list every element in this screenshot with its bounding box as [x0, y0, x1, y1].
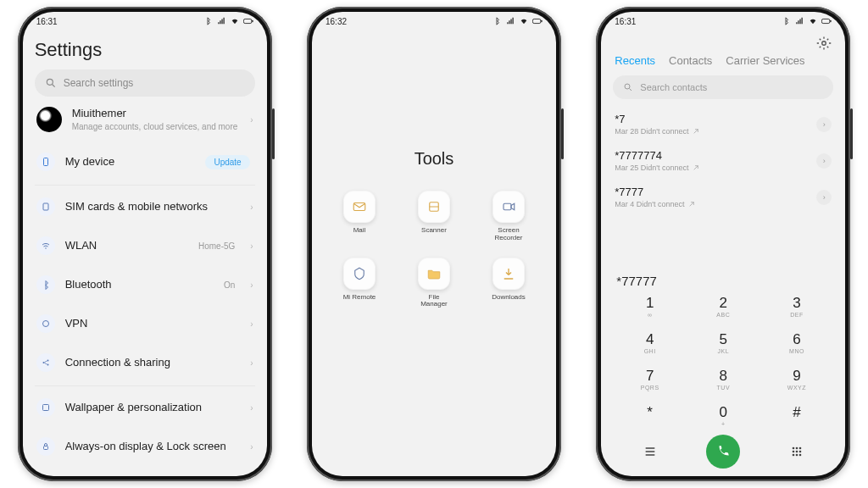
- outgoing-icon: [693, 128, 699, 135]
- wifi-icon: [36, 236, 55, 255]
- svg-rect-4: [43, 158, 47, 166]
- svg-rect-15: [353, 203, 365, 211]
- svg-rect-1: [252, 20, 253, 23]
- dialpad-toggle[interactable]: [760, 434, 834, 469]
- chevron-right-icon: ›: [250, 319, 253, 329]
- key-hash[interactable]: #: [760, 401, 834, 430]
- call-log-row[interactable]: *7 Mar 28 Didn't connect ›: [613, 106, 833, 142]
- signal-icon: [505, 17, 515, 25]
- row-label: Always-on display & Lock screen: [65, 440, 241, 453]
- svg-point-28: [796, 451, 798, 453]
- mail-icon: [352, 199, 367, 214]
- key-1[interactable]: 1∞: [613, 291, 687, 321]
- tab-contacts[interactable]: Contacts: [669, 54, 712, 67]
- svg-point-6: [45, 247, 47, 249]
- outgoing-icon: [688, 201, 695, 208]
- wifi-icon: [230, 17, 240, 25]
- app-downloads[interactable]: Downloads: [483, 258, 534, 309]
- svg-point-26: [799, 447, 802, 450]
- menu-button[interactable]: [613, 434, 687, 469]
- key-3[interactable]: 3DEF: [760, 291, 834, 321]
- phone-icon: [715, 444, 731, 459]
- status-bar: 16:31: [601, 12, 845, 30]
- bluetooth-icon: [36, 275, 55, 294]
- search-icon: [45, 77, 57, 89]
- app-screen-recorder[interactable]: Screen Recorder: [483, 191, 534, 242]
- gear-icon[interactable]: [816, 36, 832, 51]
- svg-rect-20: [831, 20, 832, 23]
- key-8[interactable]: 8TUV: [687, 364, 760, 394]
- key-2[interactable]: 2ABC: [687, 291, 760, 321]
- update-badge[interactable]: Update: [205, 155, 249, 169]
- bluetooth-row[interactable]: Bluetooth On ›: [35, 265, 255, 304]
- vpn-row[interactable]: VPN ›: [35, 304, 255, 343]
- app-mi-remote[interactable]: Mi Remote: [334, 258, 385, 309]
- tab-carrier[interactable]: Carrier Services: [726, 54, 804, 67]
- tab-recents[interactable]: Recents: [615, 54, 655, 67]
- row-label: WLAN: [65, 239, 188, 252]
- chevron-right-icon: ›: [250, 115, 253, 125]
- sim-icon: [36, 197, 55, 216]
- dialer-tabs: Recents Contacts Carrier Services: [613, 51, 833, 75]
- svg-point-25: [796, 447, 798, 450]
- menu-icon: [643, 445, 657, 458]
- vpn-icon: [36, 314, 55, 333]
- app-scanner[interactable]: Scanner: [409, 191, 459, 242]
- wallpaper-row[interactable]: Wallpaper & personalization ›: [35, 388, 255, 427]
- call-number: *7777: [615, 186, 816, 198]
- status-bar: 16:32: [312, 12, 556, 30]
- search-settings[interactable]: Search settings: [35, 69, 255, 97]
- key-star[interactable]: *: [613, 401, 687, 430]
- wlan-row[interactable]: WLAN Home-5G ›: [35, 226, 255, 265]
- connection-sharing-row[interactable]: Connection & sharing ›: [35, 343, 255, 382]
- svg-rect-13: [532, 19, 540, 23]
- lock-icon: [36, 437, 55, 456]
- key-0[interactable]: 0+: [687, 401, 760, 430]
- row-label: Connection & sharing: [65, 356, 241, 369]
- my-device-row[interactable]: My device Update: [35, 142, 255, 181]
- chevron-right-icon: ›: [250, 202, 253, 212]
- svg-rect-11: [42, 405, 48, 411]
- key-7[interactable]: 7PQRS: [613, 364, 687, 394]
- chevron-right-icon: ›: [250, 403, 253, 413]
- key-6[interactable]: 6MNO: [760, 328, 834, 358]
- detail-button[interactable]: ›: [816, 153, 832, 169]
- svg-point-9: [47, 360, 48, 362]
- wallpaper-icon: [36, 398, 55, 417]
- svg-point-21: [822, 42, 826, 46]
- key-4[interactable]: 4GHI: [613, 328, 687, 358]
- call-meta: Mar 28 Didn't connect: [615, 127, 688, 136]
- row-tail: On: [224, 280, 235, 290]
- search-icon: [623, 82, 633, 92]
- chevron-right-icon: ›: [250, 241, 253, 251]
- key-9[interactable]: 9WXYZ: [760, 364, 834, 394]
- my-device-label: My device: [65, 155, 196, 169]
- avatar: [36, 107, 62, 132]
- call-button[interactable]: [706, 435, 740, 469]
- video-icon: [501, 199, 516, 214]
- app-mail[interactable]: Mail: [334, 191, 385, 242]
- key-5[interactable]: 5JKL: [687, 328, 760, 358]
- detail-button[interactable]: ›: [816, 117, 832, 132]
- bluetooth-icon: [781, 17, 791, 25]
- separator: [35, 385, 255, 386]
- aod-lockscreen-row[interactable]: Always-on display & Lock screen ›: [35, 427, 255, 466]
- svg-point-10: [47, 364, 48, 366]
- battery-icon: [243, 17, 253, 25]
- search-contacts[interactable]: Search contacts: [613, 75, 833, 99]
- svg-point-27: [793, 451, 795, 453]
- svg-rect-14: [541, 20, 542, 23]
- call-log-row[interactable]: *7777 Mar 4 Didn't connect ›: [613, 179, 833, 215]
- sim-cards-row[interactable]: SIM cards & mobile networks ›: [35, 187, 255, 226]
- status-bar: 16:31: [23, 12, 267, 30]
- account-row[interactable]: Miuithemer Manage accounts, cloud servic…: [35, 97, 255, 142]
- chevron-right-icon: ›: [250, 442, 253, 452]
- call-meta: Mar 4 Didn't connect: [615, 200, 684, 208]
- app-file-manager[interactable]: File Manager: [409, 258, 459, 309]
- app-label: File Manager: [420, 294, 448, 309]
- svg-rect-19: [822, 19, 830, 23]
- call-log-row[interactable]: *7777774 Mar 25 Didn't connect ›: [613, 142, 833, 179]
- detail-button[interactable]: ›: [816, 190, 832, 205]
- svg-point-2: [47, 79, 53, 85]
- battery-icon: [532, 17, 542, 25]
